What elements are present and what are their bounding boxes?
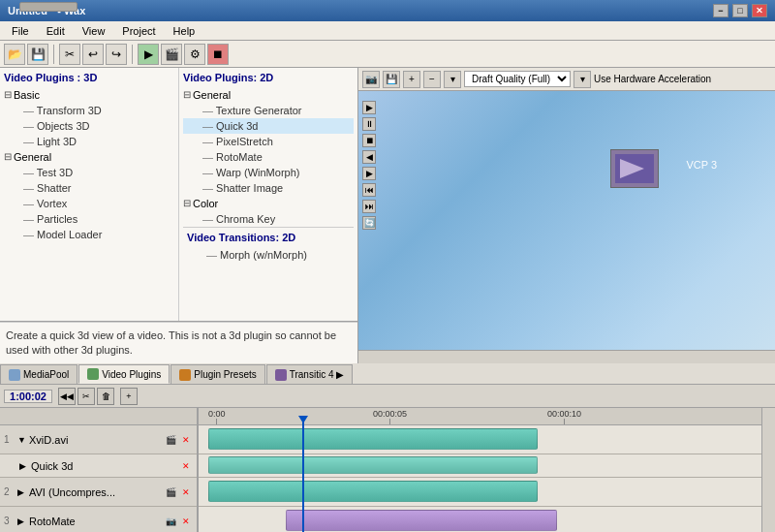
track-2-video-icon[interactable]: 🎬 xyxy=(164,485,177,499)
plugin-rotomate[interactable]: RotoMate xyxy=(183,149,354,165)
timeline-vscroll[interactable] xyxy=(761,408,775,532)
preview-snapshot-icon[interactable]: 📷 xyxy=(362,71,380,88)
redo-button[interactable]: ↪ xyxy=(106,44,127,65)
forward-button[interactable]: ▶ xyxy=(362,167,376,180)
track-sub-close-icon[interactable]: ✕ xyxy=(179,459,193,473)
track-expand-3[interactable]: ▶ xyxy=(17,516,27,526)
track-3-close-icon[interactable]: ✕ xyxy=(179,515,193,528)
open-button[interactable]: 📂 xyxy=(4,44,25,65)
tc-rewind[interactable]: ◀◀ xyxy=(58,388,76,405)
clip-sub-1[interactable] xyxy=(208,456,538,474)
cut-button[interactable]: ✂ xyxy=(59,44,80,65)
preview-thumb-image xyxy=(615,154,654,183)
plugin-objects3d[interactable]: Objects 3D xyxy=(4,118,174,134)
menubar: File Edit View Project Help xyxy=(0,21,775,41)
preview-save-icon[interactable]: 💾 xyxy=(383,71,400,88)
clip-button[interactable]: 🎬 xyxy=(161,44,182,65)
description-area: Create a quick 3d view of a video. This … xyxy=(0,322,357,363)
track-1-icons: 🎬 ✕ xyxy=(164,433,193,447)
minimize-button[interactable]: − xyxy=(713,4,728,17)
ruler: 0:00 00:00:05 00:00:10 xyxy=(199,408,761,425)
tc-add-track[interactable]: + xyxy=(120,388,138,405)
tab-transitions-icon xyxy=(275,369,287,381)
settings-button[interactable]: ⚙ xyxy=(184,44,205,65)
timeline-content: 0:00 00:00:05 00:00:10 xyxy=(199,408,761,532)
group-general2d-label: General xyxy=(183,87,354,103)
tree-group-color: Color Chroma Key xyxy=(183,196,354,227)
group-basic-label: Basic xyxy=(4,87,174,103)
preview-scroll-thumb[interactable] xyxy=(19,2,78,12)
plugin-quick3d[interactable]: Quick 3d xyxy=(183,118,354,134)
plugin-light3d[interactable]: Light 3D xyxy=(4,134,174,149)
playhead-triangle xyxy=(298,416,308,423)
track-3-camera-icon[interactable]: 📷 xyxy=(164,515,177,528)
track-1-video-icon[interactable]: 🎬 xyxy=(164,433,177,447)
tab-videoplugins[interactable]: Video Plugins xyxy=(78,364,170,384)
transition-morph[interactable]: Morph (w/nMorph) xyxy=(187,247,350,263)
track-2-close-icon[interactable]: ✕ xyxy=(179,485,193,499)
plugin-modelloader[interactable]: Model Loader xyxy=(4,227,174,242)
play-button[interactable]: ▶ xyxy=(362,101,376,114)
track-2-icons: 🎬 ✕ xyxy=(164,485,193,499)
rewind-button[interactable]: ◀ xyxy=(362,150,376,164)
clip-3[interactable] xyxy=(286,510,557,531)
preview-hw-dropdown[interactable]: ▾ xyxy=(574,71,591,88)
menu-project[interactable]: Project xyxy=(114,23,163,39)
plugin-test3d[interactable]: Test 3D xyxy=(4,165,174,180)
maximize-button[interactable]: □ xyxy=(732,4,748,17)
menu-file[interactable]: File xyxy=(4,23,37,39)
menu-edit[interactable]: Edit xyxy=(39,23,73,39)
track-header-2: 2 ▶ AVI (Uncompres... 🎬 ✕ xyxy=(0,478,197,507)
stop-button-preview[interactable]: ⏹ xyxy=(362,134,376,147)
preview-zoom-out-icon[interactable]: − xyxy=(423,71,441,88)
plugin-chromakey[interactable]: Chroma Key xyxy=(183,211,354,227)
loop-button[interactable]: 🔄 xyxy=(362,216,376,230)
plugin-pixelstretch[interactable]: PixelStretch xyxy=(183,134,354,149)
plugin-shatterimage[interactable]: Shatter Image xyxy=(183,180,354,196)
playhead[interactable] xyxy=(302,416,304,532)
track-name-2: AVI (Uncompres... xyxy=(29,486,162,498)
menu-view[interactable]: View xyxy=(75,23,113,39)
preview-scrollbar[interactable] xyxy=(358,350,775,363)
next-frame-button[interactable]: ⏭ xyxy=(362,200,376,213)
tab-pluginpresets[interactable]: Plugin Presets xyxy=(170,364,264,384)
plugin-particles[interactable]: Particles xyxy=(4,211,174,227)
quality-select[interactable]: Draft Quality (Full) xyxy=(464,71,571,87)
tab-transitions[interactable]: Transitic 4 ▶ xyxy=(266,364,354,384)
track-expand-1[interactable]: ▼ xyxy=(17,435,27,445)
main-area: Video Plugins : 3D Basic Transform 3D Ob… xyxy=(0,68,775,363)
plugin-warp[interactable]: Warp (WinMorph) xyxy=(183,165,354,180)
menu-help[interactable]: Help xyxy=(166,23,203,39)
render-button[interactable]: ▶ xyxy=(138,44,159,65)
timeline-area: 1:00:02 ◀◀ ✂ 🗑 + 1 ▼ XviD.avi 🎬 ✕ xyxy=(0,385,775,532)
plugin-shatter[interactable]: Shatter xyxy=(4,180,174,196)
plugin-texturegen[interactable]: Texture Generator xyxy=(183,103,354,118)
pause-button[interactable]: ⏸ xyxy=(362,117,376,131)
close-button[interactable]: ✕ xyxy=(752,4,767,17)
preview-dropdown-icon[interactable]: ▾ xyxy=(444,71,461,88)
preview-thumbnail xyxy=(610,149,659,188)
plugin-vortex[interactable]: Vortex xyxy=(4,196,174,211)
clip-2[interactable] xyxy=(208,481,538,502)
save-button[interactable]: 💾 xyxy=(27,44,48,65)
time-display: 1:00:02 xyxy=(4,390,52,403)
track-sub-row-quick3d xyxy=(199,454,761,478)
clip-1[interactable] xyxy=(208,428,538,450)
ruler-tick-0: 0:00 xyxy=(208,409,226,424)
ruler-tick-5: 00:00:05 xyxy=(373,409,407,424)
track-ruler-placeholder xyxy=(0,408,197,425)
track-sub-expand[interactable]: ▶ xyxy=(19,461,29,471)
tc-cut[interactable]: ✂ xyxy=(78,388,95,405)
plugins-top: Video Plugins : 3D Basic Transform 3D Ob… xyxy=(0,68,357,322)
track-expand-2[interactable]: ▶ xyxy=(17,487,27,497)
plugin-transform3d[interactable]: Transform 3D xyxy=(4,103,174,118)
tab-transitions-label: Transitic 4 ▶ xyxy=(290,369,345,380)
track-1-close-icon[interactable]: ✕ xyxy=(179,433,193,447)
prev-frame-button[interactable]: ⏮ xyxy=(362,183,376,197)
titlebar: Untitled * - Wax − □ ✕ xyxy=(0,0,775,21)
undo-button[interactable]: ↩ xyxy=(82,44,104,65)
stop-button[interactable]: ⏹ xyxy=(207,44,229,65)
tab-mediapool[interactable]: MediaPool xyxy=(0,364,78,384)
tc-delete[interactable]: 🗑 xyxy=(97,388,114,405)
preview-zoom-in-icon[interactable]: + xyxy=(403,71,420,88)
